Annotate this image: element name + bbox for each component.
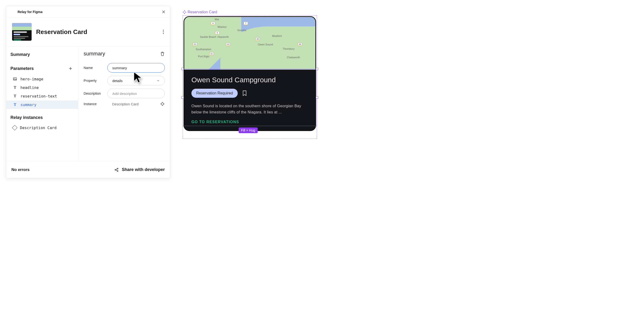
canvas-card[interactable]: MarWiartonSauble BeachHepworthSouthampto… [184, 16, 316, 131]
text-type-icon: T [13, 94, 17, 98]
map-place-label: Thornbury [282, 47, 294, 50]
svg-rect-8 [185, 12, 186, 13]
parameter-editor: summary Name Property details [78, 46, 170, 161]
description-row: Description [84, 89, 165, 98]
param-headline[interactable]: T headline [6, 83, 78, 92]
description-label: Description [84, 92, 107, 95]
parameters-label: Parameters [10, 66, 34, 71]
map-place-label: Wiarton [218, 26, 226, 28]
panel-titlebar: Relay for Figma [6, 6, 170, 18]
card-description: Owen Sound is located on the southern sh… [192, 103, 308, 115]
map-place-label: Hepworth [218, 36, 229, 38]
instance-label: Description Card [20, 126, 56, 130]
road-shield: 6 [211, 22, 215, 25]
property-value: details [112, 79, 122, 83]
chevron-down-icon [156, 79, 160, 82]
param-label: hero-image [20, 77, 43, 81]
panel-body: Summary Parameters hero-image T headline [6, 46, 170, 161]
parameter-list: hero-image T headline T reservation-text… [6, 75, 78, 109]
parameters-section: Parameters [6, 64, 78, 73]
road-shield: 26 [256, 37, 260, 41]
frame-label-text: Reservation Card [188, 10, 217, 14]
component-frame-label[interactable]: Reservation Card [183, 10, 217, 14]
road-shield: 21 [193, 43, 197, 46]
name-input[interactable] [107, 63, 165, 73]
component-icon [183, 11, 186, 14]
svg-rect-5 [184, 11, 185, 12]
name-row: Name [84, 63, 165, 73]
relay-plugin-panel: Relay for Figma Reservation Card Summary [6, 6, 170, 178]
share-label: Share with developer [122, 167, 165, 172]
instance-label: Instance [84, 102, 107, 106]
map-place-label: Owen Sound [258, 43, 273, 46]
property-label: Property [84, 79, 107, 83]
param-label: reservation-text [20, 94, 57, 98]
relay-instance-list: Description Card [6, 123, 78, 132]
reservation-chip: Reservation Required [192, 89, 238, 98]
property-select[interactable]: details [107, 76, 165, 85]
delete-icon[interactable] [160, 51, 165, 56]
instance-value: Description Card [112, 102, 139, 106]
summary-section-label[interactable]: Summary [6, 51, 78, 59]
sidebar: Summary Parameters hero-image T headline [6, 46, 78, 161]
instance-icon [12, 125, 18, 130]
panel-title: Relay for Figma [18, 10, 42, 14]
map-place-label: Sauble Beach [200, 36, 216, 38]
resize-badge: Fill × Hug [239, 127, 258, 133]
relay-instances-label: Relay instances [6, 114, 78, 121]
text-type-icon: T [13, 102, 17, 107]
share-icon [114, 168, 119, 172]
card-title: Owen Sound Campground [192, 76, 308, 84]
road-shield: 10 [226, 43, 230, 46]
map-place-label: Chatsworth [287, 56, 300, 59]
component-thumbnail [12, 23, 32, 41]
add-parameter-icon[interactable] [67, 65, 74, 72]
card-content: Owen Sound Campground Reservation Requir… [184, 70, 315, 130]
road-shield: 21 [210, 52, 214, 55]
image-type-icon [13, 77, 17, 81]
card-map: MarWiartonSauble BeachHepworthSouthampto… [184, 17, 315, 70]
name-label: Name [84, 66, 107, 70]
svg-rect-6 [184, 13, 185, 14]
param-hero-image[interactable]: hero-image [6, 75, 78, 83]
param-reservation-text[interactable]: T reservation-text [6, 92, 78, 100]
editor-title: summary [84, 51, 105, 57]
param-label: summary [20, 102, 36, 107]
map-place-label: Kemble [238, 29, 246, 32]
bookmark-icon[interactable] [242, 90, 247, 96]
map-place-label: Southampton [196, 48, 211, 51]
component-header: Reservation Card [6, 18, 170, 46]
svg-point-1 [161, 103, 164, 105]
svg-rect-0 [13, 78, 16, 80]
instance-row: Instance Description Card [84, 102, 165, 106]
component-name: Reservation Card [36, 28, 163, 36]
relay-instance-description-card[interactable]: Description Card [6, 123, 78, 132]
description-input[interactable] [107, 89, 165, 98]
text-type-icon: T [13, 85, 17, 90]
road-shield: 7 [244, 22, 248, 25]
property-row: Property details [84, 76, 165, 85]
param-summary[interactable]: T summary [6, 100, 78, 109]
editor-header: summary [84, 51, 165, 57]
map-place-label: Mar [215, 18, 219, 21]
map-place-label: Port Elgin [198, 55, 210, 58]
status-text: No errors [12, 168, 30, 172]
locate-instance-icon[interactable] [160, 102, 165, 106]
panel-footer: No errors Share with developer [6, 161, 170, 178]
param-label: headline [20, 85, 39, 90]
map-place-label: Meaford [272, 35, 282, 37]
svg-rect-7 [183, 12, 184, 13]
close-icon[interactable] [162, 10, 166, 14]
more-menu-icon[interactable] [163, 30, 164, 34]
card-chip-row: Reservation Required [192, 89, 308, 98]
relay-logo-icon [10, 9, 16, 15]
reservation-card: MarWiartonSauble BeachHepworthSouthampto… [184, 16, 316, 131]
share-with-developer-button[interactable]: Share with developer [114, 167, 165, 172]
road-shield: 6 [215, 31, 220, 35]
card-cta[interactable]: GO TO RESERVATIONS [192, 120, 308, 124]
road-shield: 26 [298, 43, 302, 46]
